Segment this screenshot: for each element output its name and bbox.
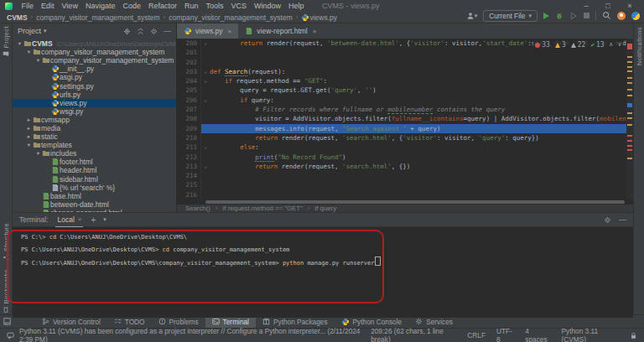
- window-layout-icon[interactable]: [3, 318, 11, 325]
- tree-item-between-date.html[interactable]: between-date.html: [13, 200, 176, 209]
- tree-item-company_visitor_management_system[interactable]: ▾company_visitor_management_system: [13, 48, 176, 56]
- tree-chevron-icon[interactable]: ▾: [34, 57, 42, 64]
- user-icon[interactable]: ▾: [466, 12, 478, 20]
- debug-button[interactable]: [555, 12, 564, 20]
- tree-item-templates[interactable]: ▾templates: [13, 141, 176, 149]
- tree-item-static[interactable]: ▸static: [13, 132, 176, 141]
- code-line-210[interactable]: 210 return render(request, 'search.html'…: [177, 133, 633, 142]
- fold-marker-icon[interactable]: ⌄: [200, 76, 210, 86]
- locate-file-icon[interactable]: [123, 28, 131, 35]
- tool-strip-notifications[interactable]: Notifications: [636, 27, 643, 65]
- tab-view-report.html[interactable]: view-report.html×: [238, 23, 323, 39]
- code-area[interactable]: 200⌄ return render(request, 'between-dat…: [177, 39, 633, 200]
- code-line-202[interactable]: 202: [177, 58, 633, 67]
- menu-edit[interactable]: Edit: [38, 2, 59, 10]
- code-line-214[interactable]: 214: [177, 171, 633, 180]
- code-line-206[interactable]: 206⌄ if query:: [177, 96, 633, 105]
- next-problem-icon[interactable]: ∨: [618, 40, 621, 49]
- line-ending[interactable]: CRLF: [467, 331, 486, 339]
- coverage-button[interactable]: [569, 12, 578, 20]
- collapse-all-icon[interactable]: [137, 28, 144, 35]
- code-line-203[interactable]: 203⌄def Search(request):: [177, 67, 633, 76]
- tool-strip-bookmarks[interactable]: Bookmarks: [3, 269, 10, 313]
- tree-item-wsgi.py[interactable]: wsgi.py: [13, 107, 176, 116]
- tree-item-footer.html[interactable]: footer.html: [13, 158, 176, 166]
- run-button[interactable]: [543, 13, 549, 19]
- menu-window[interactable]: Window: [251, 2, 285, 10]
- tree-chevron-icon[interactable]: ▸: [25, 133, 33, 140]
- tree-item-__init__.py[interactable]: __init__.py: [13, 65, 176, 73]
- close-icon[interactable]: ×: [78, 215, 82, 223]
- chevron-down-icon[interactable]: ▾: [103, 216, 106, 223]
- line-number[interactable]: 204: [177, 76, 200, 86]
- terminal-tab-local[interactable]: Local ×: [55, 213, 83, 227]
- fold-marker-icon[interactable]: ⌄: [200, 39, 210, 48]
- tree-chevron-icon[interactable]: ▾: [34, 150, 42, 157]
- tree-item-views.py[interactable]: views.py: [13, 99, 176, 107]
- fold-marker-icon[interactable]: ⌄: [200, 96, 210, 105]
- tree-item-urls.py[interactable]: urls.py: [13, 91, 176, 99]
- gear-icon[interactable]: [150, 28, 158, 35]
- event-log-icon[interactable]: [7, 332, 14, 339]
- line-number[interactable]: 216: [177, 190, 200, 200]
- code-line-215[interactable]: 215: [177, 180, 633, 189]
- horizontal-scrollbar[interactable]: [177, 200, 633, 205]
- run-configuration-select[interactable]: Current File ▾: [483, 10, 538, 22]
- line-number[interactable]: 209: [177, 124, 200, 133]
- hide-panel-icon[interactable]: —: [619, 215, 626, 224]
- code-line-208[interactable]: 208 visitor = AddVisitor.objects.filter(…: [177, 114, 633, 123]
- line-number[interactable]: 210: [177, 133, 200, 142]
- tree-chevron-icon[interactable]: ▾: [16, 40, 23, 47]
- breadcrumb-file[interactable]: views.py: [301, 13, 337, 22]
- line-number[interactable]: 207: [177, 105, 200, 114]
- menu-code[interactable]: Code: [119, 2, 145, 10]
- code-line-211[interactable]: 211⌄ else:: [177, 142, 633, 152]
- editor-breadcrumb-item[interactable]: if query: [315, 205, 337, 212]
- new-terminal-icon[interactable]: +: [91, 215, 96, 225]
- gear-icon[interactable]: [604, 216, 611, 224]
- menu-vcs[interactable]: VCS: [227, 2, 251, 10]
- inspections-widget[interactable]: 33322✔13∧∨: [533, 40, 623, 49]
- code-line-216[interactable]: 216: [177, 190, 633, 200]
- line-number[interactable]: 208: [177, 114, 200, 123]
- code-line-207[interactable]: 207 # Filter records where fullname or m…: [177, 105, 633, 114]
- menu-view[interactable]: View: [58, 2, 81, 10]
- code-line-205[interactable]: 205 query = request.GET.get('query', ''): [177, 86, 633, 95]
- tree-item-cvms[interactable]: ▾CVMSC:\Users\ANUJ\OneDrive\Desktop\CVMS: [13, 39, 176, 48]
- tree-item-cvmsapp[interactable]: ▸cvmsapp: [13, 116, 176, 124]
- tree-item-media[interactable]: ▸media: [13, 124, 176, 132]
- fold-marker-icon[interactable]: ⌄: [200, 162, 210, 171]
- line-number[interactable]: 202: [177, 58, 200, 67]
- breadcrumb-item[interactable]: company_visitor_management_system: [169, 13, 292, 22]
- hide-panel-icon[interactable]: —: [164, 27, 171, 35]
- fold-marker-icon[interactable]: ⌄: [200, 67, 210, 76]
- line-number[interactable]: 206: [177, 96, 200, 105]
- terminal-output[interactable]: PS C:\> cd C:\Users\ANUJ\OneDrive\Deskto…: [13, 227, 633, 318]
- line-number[interactable]: 200: [177, 39, 200, 48]
- encoding[interactable]: UTF-8: [496, 327, 514, 342]
- tree-item-includes[interactable]: ▾includes: [13, 149, 176, 158]
- inspection-warning[interactable]: 3: [555, 40, 566, 49]
- line-number[interactable]: 212: [177, 153, 200, 162]
- tree-chevron-icon[interactable]: ▾: [25, 142, 33, 148]
- project-panel-title[interactable]: Project: [18, 27, 41, 35]
- tree-chevron-icon[interactable]: ▸: [25, 117, 33, 123]
- prev-problem-icon[interactable]: ∧: [610, 40, 613, 49]
- chevron-down-icon[interactable]: ▾: [44, 28, 47, 34]
- menu-tools[interactable]: Tools: [202, 2, 227, 10]
- close-icon[interactable]: ×: [228, 28, 232, 35]
- tree-item-base.html[interactable]: base.html: [13, 192, 176, 200]
- code-line-209[interactable]: 209 messages.info(request, "Search again…: [177, 124, 633, 133]
- line-number[interactable]: 211: [177, 142, 200, 152]
- tool-strip-project[interactable]: Project: [3, 26, 10, 57]
- breadcrumb-item[interactable]: company_visitor_management_system: [36, 13, 159, 22]
- indent-style[interactable]: 4 spaces: [525, 327, 550, 342]
- status-message[interactable]: Python 3.11 (CVMS) has been configured a…: [19, 327, 366, 342]
- interpreter[interactable]: Python 3.11 (CVMS): [561, 327, 619, 342]
- tree-item-asgi.py[interactable]: asgi.py: [13, 73, 176, 81]
- inspection-weak-warning[interactable]: 22: [571, 40, 586, 49]
- account-avatar[interactable]: [617, 12, 626, 20]
- tree-item-header.html[interactable]: header.html: [13, 166, 176, 174]
- scrollbar-thumb[interactable]: [205, 200, 625, 204]
- code-line-213[interactable]: 213⌄ return render(request, 'search.html…: [177, 162, 633, 171]
